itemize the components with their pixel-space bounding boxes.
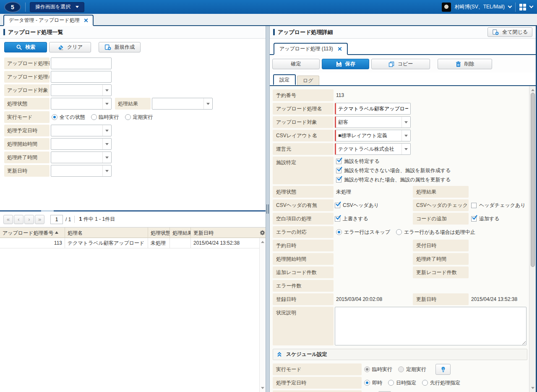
- field-label: アップロード処理名: [273, 103, 334, 115]
- create-new-button[interactable]: 新規作成: [99, 42, 141, 52]
- scroll-down-icon[interactable]: [261, 387, 264, 391]
- scroll-down-icon[interactable]: [531, 387, 534, 391]
- list-scrollbar[interactable]: [259, 238, 266, 392]
- column-upload-number[interactable]: アップロード処理番号: [0, 227, 65, 238]
- copy-button[interactable]: コピー: [371, 59, 430, 69]
- csv-layout-select[interactable]: ■標準レイアウト定義: [335, 130, 411, 141]
- radio-icon: [396, 229, 402, 235]
- column-result[interactable]: 処理結果: [170, 227, 191, 238]
- facility-check-1[interactable]: 施設を特定する: [336, 157, 451, 166]
- process-status-select[interactable]: [51, 98, 112, 110]
- table-row[interactable]: 113 テクマトラベル顧客アップロード 未処理 2015/04/24 13:52…: [0, 238, 259, 248]
- end-time-select[interactable]: [51, 152, 112, 163]
- field-label: 実行モード: [273, 363, 362, 375]
- radio-adhoc[interactable]: 臨時実行: [91, 114, 119, 121]
- schedule-section-title: スケジュール設定: [286, 351, 327, 358]
- field-label: 実行モード: [4, 111, 50, 123]
- tab-upload-process-113[interactable]: アップロード処理 (113): [274, 43, 348, 55]
- schedule-section-header[interactable]: スケジュール設定: [273, 349, 527, 360]
- code-add-check[interactable]: 追加する: [471, 213, 500, 225]
- chevron-down-icon: [102, 125, 111, 136]
- checkbox-checked-icon: [336, 177, 341, 183]
- scheduled-datetime-select[interactable]: [51, 125, 112, 136]
- column-updated[interactable]: 更新日時: [191, 227, 253, 238]
- column-process-name[interactable]: 処理名: [65, 227, 148, 238]
- close-icon[interactable]: [337, 47, 342, 51]
- radio-periodic[interactable]: 定期実行: [125, 114, 153, 121]
- radio-abort-on-error[interactable]: エラー行がある場合は処理中止: [396, 229, 475, 236]
- radio-periodic-exec[interactable]: 定期実行: [398, 366, 426, 373]
- first-page-button[interactable]: «: [3, 215, 13, 224]
- scroll-up-icon[interactable]: [531, 87, 534, 91]
- search-button-label: 検索: [26, 44, 36, 51]
- clear-button[interactable]: クリア: [49, 42, 91, 52]
- screen-select-button[interactable]: 操作画面を選択: [30, 2, 84, 12]
- resize-handle-icon[interactable]: [522, 341, 526, 345]
- scroll-up-icon[interactable]: [261, 239, 264, 243]
- csv-header-check[interactable]: CSVヘッダあり: [335, 199, 411, 211]
- page-number-input[interactable]: [50, 215, 63, 224]
- left-panel-header: アップロード処理一覧: [0, 26, 266, 39]
- close-icon[interactable]: [83, 18, 88, 23]
- row-csv-header: CSVヘッダの有無 CSVヘッダあり CSVヘッダのチェック ヘッダチェックあり: [273, 199, 529, 211]
- operator-select[interactable]: テクマトラベル株式会社: [335, 143, 411, 155]
- horizontal-splitter[interactable]: [0, 209, 266, 212]
- apps-grid-icon[interactable]: [519, 4, 526, 10]
- chevron-down-icon: [401, 117, 410, 128]
- updated-datetime-select[interactable]: [51, 165, 112, 177]
- next-page-button[interactable]: ›: [24, 215, 34, 224]
- prev-page-button[interactable]: ‹: [14, 215, 23, 224]
- column-settings-button[interactable]: [259, 227, 266, 238]
- row-cutoff: [273, 390, 529, 392]
- overwrite-check[interactable]: 上書きする: [335, 213, 411, 225]
- field-label: 追加レコード件数: [273, 267, 334, 278]
- avatar: [442, 3, 451, 12]
- upload-number-input[interactable]: [51, 57, 112, 69]
- field-label: 処理状態: [4, 98, 50, 110]
- start-time-select[interactable]: [51, 138, 112, 150]
- radio-preceding-process[interactable]: 先行処理指定: [422, 379, 460, 387]
- vertical-splitter[interactable]: [266, 26, 270, 392]
- field-label: コードの追加: [413, 213, 469, 225]
- search-button[interactable]: 検索: [4, 42, 47, 52]
- main-area: アップロード処理一覧 検索 クリア 新規作成 アップロード処理番号: [0, 26, 537, 392]
- chevron-down-icon[interactable]: [508, 4, 512, 8]
- upload-target-select[interactable]: [51, 84, 112, 96]
- field-label: 処理予定日時: [273, 377, 362, 389]
- radio-datetime-specified[interactable]: 日時指定: [388, 379, 416, 387]
- close-all-button[interactable]: 全て閉じる: [487, 27, 532, 37]
- upload-name-input[interactable]: [335, 103, 411, 115]
- radio-skip-error[interactable]: エラー行はスキップ: [336, 229, 390, 236]
- save-label: 保存: [345, 60, 355, 68]
- radio-immediate[interactable]: 即時: [364, 379, 382, 387]
- confirm-button[interactable]: 確定: [272, 59, 320, 69]
- tab-log[interactable]: ログ: [297, 76, 319, 85]
- status-description-textarea[interactable]: [335, 307, 527, 345]
- tab-settings[interactable]: 設定: [273, 74, 296, 85]
- search-form: 検索 クリア 新規作成 アップロード処理番号 アップロード処理名: [0, 39, 266, 209]
- checkbox-checked-icon: [335, 203, 340, 208]
- save-button[interactable]: 保存: [322, 59, 369, 69]
- last-page-button[interactable]: »: [35, 215, 44, 224]
- hint-button[interactable]: [435, 364, 451, 375]
- header-check-checkbox[interactable]: ヘッダチェックあり: [471, 199, 526, 211]
- upload-detail-panel: アップロード処理詳細 全て閉じる アップロード処理 (113) 確定 保存 コ: [270, 26, 537, 392]
- chevron-down-icon[interactable]: [529, 4, 534, 8]
- scrollbar-thumb[interactable]: [531, 93, 535, 267]
- radio-icon: [336, 229, 342, 235]
- chevron-down-icon: [102, 139, 111, 149]
- detail-scrollbar[interactable]: [529, 86, 536, 392]
- facility-check-3[interactable]: 施設が特定された場合、施設の属性を更新する: [336, 175, 451, 184]
- left-panel-title: アップロード処理一覧: [8, 29, 63, 36]
- radio-icon: [364, 366, 370, 372]
- process-result-select[interactable]: [152, 98, 213, 110]
- facility-check-2[interactable]: 施設を特定できない場合、施設を新規作成する: [336, 166, 451, 175]
- upload-target-select[interactable]: 顧客: [335, 116, 411, 128]
- radio-adhoc-exec[interactable]: 臨時実行: [364, 366, 392, 373]
- row-status-description: 状況説明: [273, 307, 529, 345]
- tab-data-management[interactable]: データ管理 - アップロード処理: [3, 15, 94, 26]
- column-status[interactable]: 処理状態: [148, 227, 170, 238]
- delete-button[interactable]: 削除: [438, 59, 492, 69]
- upload-name-input[interactable]: [51, 71, 112, 83]
- radio-all-status[interactable]: 全ての状態: [52, 114, 85, 121]
